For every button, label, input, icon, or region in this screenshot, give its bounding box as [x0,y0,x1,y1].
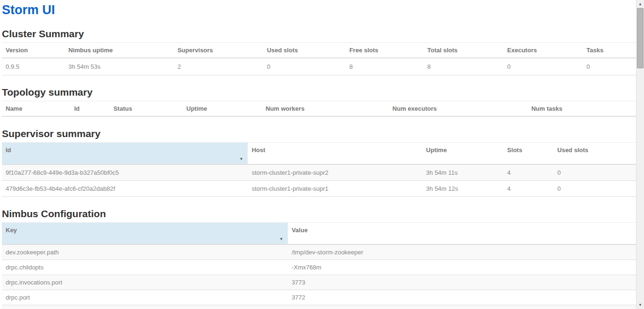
table-row: drpc.childopts-Xmx768m [2,260,636,275]
table-cell: dev.zookeeper.path [2,244,288,260]
column-header-num-executors[interactable]: Num executors [389,101,527,117]
column-header-used-slots[interactable]: Used slots [263,43,346,58]
sort-desc-icon: ▼ [279,237,283,241]
table-row: drpc.queue.size128 [2,305,636,309]
nimbus-configuration-table: Key▼Valuedev.zookeeper.path/tmp/dev-stor… [2,222,636,309]
column-header-total-slots[interactable]: Total slots [424,43,503,58]
topology-summary-heading: Topology summary [2,87,636,98]
table-cell: 3773 [288,275,636,290]
table-row: drpc.port3772 [2,290,636,305]
column-header-status[interactable]: Status [109,101,183,117]
table-cell: drpc.invocations.port [2,275,288,290]
cluster-summary-table: VersionNimbus uptimeSupervisorsUsed slot… [2,42,636,75]
table-cell: 0 [553,181,636,197]
supervisor-summary-table: Id▼HostUptimeSlotsUsed slots9f10a277-68c… [2,142,636,197]
table-cell: 4 [503,181,553,197]
table-cell: 3h 54m 12s [422,181,503,197]
sort-desc-icon: ▼ [240,157,243,161]
nimbus-configuration-heading: Nimbus Configuration [2,208,636,219]
column-header-name[interactable]: Name [2,101,70,117]
table-cell: storm-cluster1-private-supr2 [248,164,422,181]
column-header-id[interactable]: Id [70,101,109,117]
table-cell: /tmp/dev-storm-zookeeper [288,244,636,260]
table-cell: 0 [553,164,636,181]
table-row: 479d6c3e-fb53-4b4e-afc6-cf20a2dab82fstor… [2,181,636,197]
table-cell: drpc.port [2,290,288,305]
column-header-version[interactable]: Version [2,43,65,58]
column-header-num-workers[interactable]: Num workers [262,101,389,117]
table-cell: 128 [288,305,636,309]
table-cell: drpc.childopts [2,260,288,275]
column-header-used-slots[interactable]: Used slots [553,143,636,165]
column-header-uptime[interactable]: Uptime [422,143,503,165]
table-row: 0.9.53h 54m 53s208800 [2,58,636,75]
cluster-summary-heading: Cluster Summary [2,28,636,39]
table-cell: 8 [345,58,423,75]
table-cell: 9f10a277-68c9-449e-9d3a-b327a50bf0c5 [2,164,248,181]
table-cell: 0 [503,58,583,75]
table-cell: 3772 [288,290,636,305]
table-cell: 479d6c3e-fb53-4b4e-afc6-cf20a2dab82f [2,181,248,197]
column-header-value[interactable]: Value [288,223,636,245]
scrollbar-thumb[interactable] [637,8,644,68]
column-header-executors[interactable]: Executors [503,43,583,58]
column-header-supervisors[interactable]: Supervisors [174,43,263,58]
table-row: dev.zookeeper.path/tmp/dev-storm-zookeep… [2,244,636,260]
table-cell: 0 [583,58,636,75]
table-cell: 2 [174,58,263,75]
column-header-host[interactable]: Host [248,143,422,165]
scroll-up-icon[interactable]: ▲ [636,0,644,8]
column-header-num-tasks[interactable]: Num tasks [527,101,636,117]
table-row: 9f10a277-68c9-449e-9d3a-b327a50bf0c5stor… [2,164,636,181]
topology-summary-table: NameIdStatusUptimeNum workersNum executo… [2,101,636,117]
page-title-link[interactable]: Storm UI [2,3,636,17]
table-cell: drpc.queue.size [2,305,288,309]
table-cell: 3h 54m 11s [422,164,503,181]
column-header-tasks[interactable]: Tasks [583,43,636,58]
table-cell: storm-cluster1-private-supr1 [248,181,422,197]
table-cell: -Xmx768m [288,260,636,275]
column-header-uptime[interactable]: Uptime [183,101,262,117]
vertical-scrollbar[interactable]: ▲ ▼ [636,0,644,309]
table-row: drpc.invocations.port3773 [2,275,636,290]
scroll-down-icon[interactable]: ▼ [636,301,644,309]
column-header-free-slots[interactable]: Free slots [345,43,423,58]
column-header-slots[interactable]: Slots [503,143,553,165]
column-header-id[interactable]: Id▼ [2,143,248,165]
supervisor-summary-heading: Supervisor summary [2,128,636,139]
column-header-key[interactable]: Key▼ [2,223,288,245]
table-cell: 0.9.5 [2,58,65,75]
table-cell: 0 [263,58,346,75]
table-cell: 3h 54m 53s [65,58,174,75]
table-cell: 4 [503,164,553,181]
table-cell: 8 [424,58,503,75]
main-content: Storm UI Cluster Summary VersionNimbus u… [2,0,636,309]
column-header-nimbus-uptime[interactable]: Nimbus uptime [65,43,174,58]
